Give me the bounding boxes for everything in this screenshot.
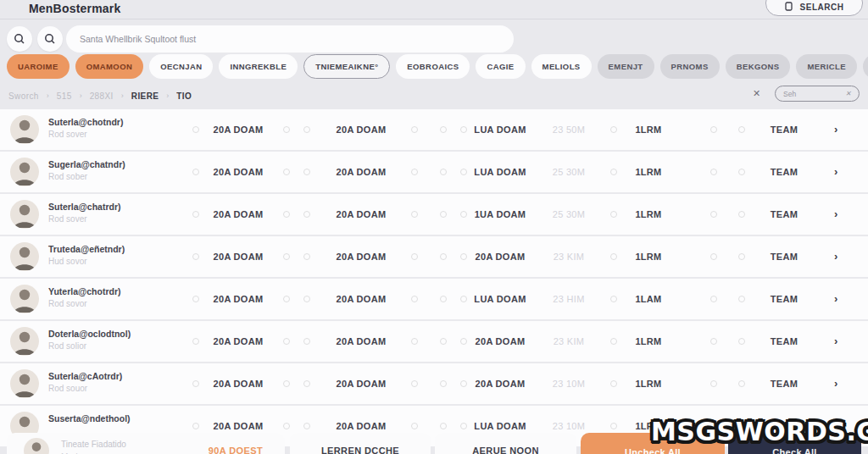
table-row[interactable]: Truteda@eñetndr) Hud sovor 20A DOAM 20A … <box>0 236 868 277</box>
radio-dot[interactable] <box>460 380 467 387</box>
chevron-right-icon[interactable]: › <box>834 363 837 404</box>
filter-chip[interactable]: INNGREKBLE <box>219 54 298 79</box>
radio-dot[interactable] <box>460 253 467 260</box>
radio-dot[interactable] <box>411 211 418 218</box>
radio-dot[interactable] <box>710 253 717 260</box>
breadcrumb-item[interactable]: Sworch › <box>8 91 57 101</box>
radio-dot[interactable] <box>738 380 745 387</box>
radio-dot[interactable] <box>610 169 617 175</box>
radio-dot[interactable] <box>303 126 310 133</box>
radio-dot[interactable] <box>738 253 745 260</box>
filter-chip[interactable]: EMENJT <box>598 54 654 79</box>
footer-card-lerren[interactable]: LERREN DCCHE <box>290 433 431 454</box>
chevron-right-icon[interactable]: › <box>834 236 837 277</box>
radio-dot[interactable] <box>303 338 310 345</box>
search-icon-button[interactable] <box>7 26 32 52</box>
table-row[interactable]: Doterla@oclodtnol) Rod solior 20A DOAM 2… <box>0 321 868 362</box>
radio-dot[interactable] <box>411 338 418 345</box>
filter-chip[interactable]: BEKGONS <box>726 54 791 79</box>
breadcrumb-item[interactable]: RIERE › <box>131 91 177 101</box>
radio-dot[interactable] <box>192 380 199 387</box>
filter-chip[interactable]: CAGIE <box>476 54 525 79</box>
radio-dot[interactable] <box>610 253 617 260</box>
breadcrumb-item[interactable]: 515 › <box>57 91 90 101</box>
radio-dot[interactable] <box>738 211 745 218</box>
radio-dot[interactable] <box>411 169 418 175</box>
radio-dot[interactable] <box>710 211 717 218</box>
filter-chip[interactable]: MERICLE <box>796 54 857 79</box>
chevron-right-icon[interactable]: › <box>834 194 837 235</box>
radio-dot[interactable] <box>738 338 745 345</box>
radio-dot[interactable] <box>192 423 199 429</box>
filter-chip[interactable]: PRNOMS <box>660 54 720 79</box>
radio-dot[interactable] <box>440 380 447 387</box>
radio-dot[interactable] <box>460 126 467 133</box>
radio-dot[interactable] <box>283 211 290 218</box>
filter-chip[interactable]: OMAMOON <box>75 54 144 79</box>
radio-dot[interactable] <box>610 211 617 218</box>
table-row[interactable]: Suterla@chotndr) Rod sover 20A DOAM 20A … <box>0 109 868 150</box>
table-row[interactable]: Sugerla@chatndr) Rod sober 20A DOAM 20A … <box>0 152 868 192</box>
radio-dot[interactable] <box>710 126 717 133</box>
chevron-right-icon[interactable]: › <box>834 109 837 150</box>
radio-dot[interactable] <box>283 296 290 302</box>
radio-dot[interactable] <box>440 126 447 133</box>
filter-chip[interactable]: OECNJAN <box>149 54 213 79</box>
radio-dot[interactable] <box>411 423 418 429</box>
radio-dot[interactable] <box>738 126 745 133</box>
radio-dot[interactable] <box>192 338 199 345</box>
filter-chip[interactable]: EOBROAICS <box>396 54 470 79</box>
breadcrumb-item[interactable]: TIO › <box>176 91 192 101</box>
table-row[interactable]: Yuterla@chotrdr) Rod sovor 20A DOAM 20A … <box>0 279 868 319</box>
radio-dot[interactable] <box>303 296 310 302</box>
radio-dot[interactable] <box>283 423 290 429</box>
table-row[interactable]: Suterla@cAotrdr) Rod souor 20A DOAM 20A … <box>0 363 868 404</box>
radio-dot[interactable] <box>440 296 447 302</box>
radio-dot[interactable] <box>610 423 617 429</box>
radio-dot[interactable] <box>710 338 717 345</box>
radio-dot[interactable] <box>411 253 418 260</box>
radio-dot[interactable] <box>283 338 290 345</box>
radio-dot[interactable] <box>610 126 617 133</box>
radio-dot[interactable] <box>610 380 617 387</box>
radio-dot[interactable] <box>460 211 467 218</box>
filter-chip[interactable]: UAROIME <box>7 54 70 79</box>
radio-dot[interactable] <box>192 211 199 218</box>
radio-dot[interactable] <box>192 169 199 175</box>
selected-member-card[interactable]: Tineate Fiadatido Mod sover 90A DOEST <box>7 433 285 454</box>
radio-dot[interactable] <box>192 296 199 302</box>
radio-dot[interactable] <box>440 338 447 345</box>
filter-chip[interactable]: MELIOLS <box>531 54 592 79</box>
radio-dot[interactable] <box>738 169 745 175</box>
chevron-right-icon[interactable]: › <box>834 152 837 192</box>
radio-dot[interactable] <box>303 169 310 175</box>
radio-dot[interactable] <box>283 169 290 175</box>
search-icon-button-2[interactable] <box>37 26 63 52</box>
radio-dot[interactable] <box>738 296 745 302</box>
radio-dot[interactable] <box>460 169 467 175</box>
radio-dot[interactable] <box>411 126 418 133</box>
radio-dot[interactable] <box>440 211 447 218</box>
radio-dot[interactable] <box>710 169 717 175</box>
table-row[interactable]: Suterla@chatrdr) Rod sover 20A DOAM 20A … <box>0 194 868 235</box>
search-input[interactable] <box>66 25 514 53</box>
radio-dot[interactable] <box>440 169 447 175</box>
radio-dot[interactable] <box>303 253 310 260</box>
radio-dot[interactable] <box>411 296 418 302</box>
radio-dot[interactable] <box>411 380 418 387</box>
sort-pill[interactable]: Seh ✕ <box>775 86 860 102</box>
radio-dot[interactable] <box>283 253 290 260</box>
radio-dot[interactable] <box>303 211 310 218</box>
radio-dot[interactable] <box>192 126 199 133</box>
radio-dot[interactable] <box>460 338 467 345</box>
radio-dot[interactable] <box>303 423 310 429</box>
search-button[interactable]: SELARCH <box>765 0 863 16</box>
radio-dot[interactable] <box>283 126 290 133</box>
breadcrumb-item[interactable]: 288XI › <box>90 91 131 101</box>
radio-dot[interactable] <box>610 338 617 345</box>
chevron-right-icon[interactable]: › <box>834 279 837 319</box>
filter-chip[interactable]: TNIEMEAIKNE° <box>303 54 390 79</box>
radio-dot[interactable] <box>710 380 717 387</box>
close-icon[interactable]: ✕ <box>753 88 760 99</box>
radio-dot[interactable] <box>710 296 717 302</box>
